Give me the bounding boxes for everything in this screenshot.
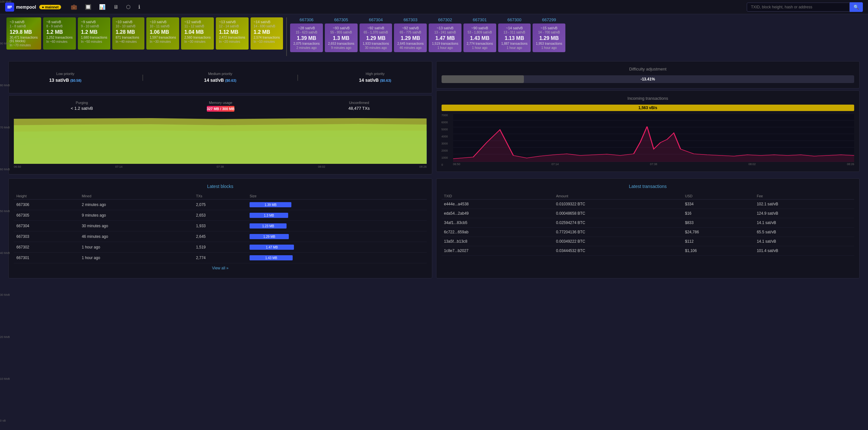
pending-block-7[interactable]: ~14 sat/vB 14 - 690 sat/vB 1.2 MB 2,574 … [250, 18, 283, 50]
tx-fee-2: 14.1 sat/vB [754, 218, 854, 228]
difficulty-title: Difficulty adjustment [441, 67, 855, 71]
tx-txid-5[interactable]: 1c8e7...b2027 [441, 246, 554, 256]
block-height-5[interactable]: 667301 [14, 253, 79, 263]
block-height-4[interactable]: 667302 [14, 242, 79, 253]
tx-col-usd: USD [682, 193, 754, 200]
block-mined-5: 1 hour ago [79, 253, 193, 263]
pending-block-4[interactable]: ~10 sat/vB 10 - 11 sat/vB 1.06 MB 1,597 … [146, 18, 179, 50]
network-badge[interactable]: ● mainnet [39, 5, 61, 9]
confirmed-block-0[interactable]: ~28 sat/vB 15 - 623 sat/vB 1.39 MB 2,075… [290, 24, 323, 52]
fee-medium: Medium priority 14 sat/vB ($0.63) [204, 72, 237, 83]
block-txs-1: 2,653 [194, 210, 247, 221]
fee-panel: Low priority 13 sat/vB ($0.58) | Medium … [8, 61, 432, 93]
pending-block-1[interactable]: ~8 sat/vB 8 - 9 sat/vB 1.2 MB 1,252 tran… [43, 18, 76, 50]
tx-txid-3[interactable]: 6c722...659ab [441, 228, 554, 237]
nav-network[interactable]: ⬡ [123, 2, 134, 12]
search-input[interactable] [747, 3, 850, 11]
confirmed-block-0-wrapper: 667306 ~28 sat/vB 15 - 623 sat/vB 1.39 M… [290, 18, 323, 52]
nav-monitor[interactable]: 🖥 [110, 2, 122, 12]
confirmed-block-6[interactable]: ~14 sat/vB 13 - 311 sat/vB 1.13 MB 1,887… [498, 24, 531, 52]
incoming-chart: 06:5007:1407:3808:0208:26 [453, 114, 855, 166]
incoming-rate: 1,563 vB/s [441, 105, 855, 111]
mempool-stats: Purging < 1.2 sat/vB Memory usage 327 MB… [14, 101, 427, 113]
col-mined: Mined [79, 193, 193, 200]
block-row-4: 667302 1 hour ago 1,519 1.47 MB [14, 242, 427, 253]
block-row-0: 667306 2 minutes ago 2,075 1.39 MB [14, 200, 427, 210]
latest-blocks-table: Height Mined TXs Size 667306 2 minutes a… [14, 193, 427, 263]
tx-fee-0: 102.1 sat/vB [754, 200, 854, 209]
block-txs-5: 2,774 [194, 253, 247, 263]
difficulty-panel: Difficulty adjustment -13.41% [436, 61, 860, 88]
tx-usd-3: $24,786 [682, 228, 754, 237]
block-size-3: 1.29 MB [247, 231, 427, 242]
fee-low: Low priority 13 sat/vB ($0.58) [49, 72, 81, 83]
block-row-5: 667301 1 hour ago 2,774 1.43 MB [14, 253, 427, 263]
tx-col-txid: TXID [441, 193, 554, 200]
confirmed-block-6-wrapper: 667300 ~14 sat/vB 13 - 311 sat/vB 1.13 M… [498, 18, 531, 52]
size-bar-2: 1.23 MB [250, 223, 286, 229]
block-divider [286, 18, 287, 56]
tx-txid-0[interactable]: e444e...a4538 [441, 200, 554, 209]
tx-usd-1: $16 [682, 209, 754, 218]
header-nav: 💼 🔲 📊 🖥 ⬡ ℹ [67, 2, 144, 12]
col-txs: TXs [194, 193, 247, 200]
tx-fee-1: 124.9 sat/vB [754, 209, 854, 218]
latest-blocks-title: Latest blocks [14, 184, 427, 189]
tx-amount-5: 0.03444532 BTC [554, 246, 682, 256]
nav-server[interactable]: 🔲 [82, 2, 95, 12]
tx-txid-1[interactable]: eda54...2ab49 [441, 209, 554, 218]
nav-info[interactable]: ℹ [135, 2, 144, 12]
confirmed-block-5-wrapper: 667301 ~90 sat/vB 53 - 1,809 sat/vB 1.43… [463, 18, 496, 52]
memory-stat: Memory usage 327 MB / 300 MB [207, 101, 235, 113]
confirmed-block-2-wrapper: 667304 ~92 sat/vB 65 - 1,370 sat/vB 1.29… [360, 18, 392, 52]
tx-row-1: eda54...2ab49 0.00048658 BTC $16 124.9 s… [441, 209, 855, 218]
confirmed-block-7-wrapper: 667299 ~15 sat/vB 14 - 700 sat/vB 1.29 M… [533, 18, 565, 52]
block-height-1[interactable]: 667305 [14, 210, 79, 221]
block-row-2: 667304 30 minutes ago 1,933 1.23 MB [14, 221, 427, 231]
tx-txid-2[interactable]: 34af1...83cb5 [441, 218, 554, 228]
pending-block-2[interactable]: ~9 sat/vB 9 - 10 sat/vB 1.2 MB 1,680 tra… [78, 18, 111, 50]
confirmed-block-3[interactable]: ~92 sat/vB 65 - 775 sat/vB 1.29 MB 2,645… [394, 24, 427, 52]
confirmed-block-1[interactable]: ~93 sat/vB 55 - 955 sat/vB 1.3 MB 2,653 … [325, 24, 358, 52]
latest-tx-table: TXID Amount USD Fee e444e...a4538 0.0103… [441, 193, 855, 256]
tx-row-4: 13a5f...b13c8 0.00349222 BTC $112 14.1 s… [441, 237, 855, 246]
block-row-1: 667305 9 minutes ago 2,653 1.3 MB [14, 210, 427, 221]
nav-wallet[interactable]: 💼 [67, 2, 81, 12]
block-mined-4: 1 hour ago [79, 242, 193, 253]
tx-fee-4: 14.1 sat/vB [754, 237, 854, 246]
block-height-2[interactable]: 667304 [14, 221, 79, 231]
block-txs-3: 2,645 [194, 231, 247, 242]
tx-col-fee: Fee [754, 193, 854, 200]
tx-amount-4: 0.00349222 BTC [554, 237, 682, 246]
col-size: Size [247, 193, 427, 200]
search-button[interactable]: 🔍 [850, 2, 863, 12]
difficulty-label: -13.41% [641, 77, 655, 81]
view-all-blocks[interactable]: View all » [14, 263, 427, 273]
confirmed-block-5[interactable]: ~90 sat/vB 53 - 1,809 sat/vB 1.43 MB 2,7… [463, 24, 496, 52]
incoming-x-labels: 06:5007:1407:3808:0208:26 [453, 162, 855, 166]
confirmed-block-7[interactable]: ~15 sat/vB 14 - 700 sat/vB 1.29 MB 1,953… [533, 24, 565, 52]
confirmed-block-4[interactable]: ~13 sat/vB 13 - 241 sat/vB 1.47 MB 1,519… [429, 24, 462, 52]
difficulty-bar: -13.41% [441, 75, 855, 83]
block-mined-3: 46 minutes ago [79, 231, 193, 242]
mempool-panel: Purging < 1.2 sat/vB Memory usage 327 MB… [8, 95, 432, 174]
block-height-3[interactable]: 667303 [14, 231, 79, 242]
block-size-2: 1.23 MB [247, 221, 427, 231]
pending-block-6[interactable]: ~13 sat/vB 12 - 14 sat/vB 1.12 MB 2,472 … [216, 18, 249, 50]
block-mined-0: 2 minutes ago [79, 200, 193, 210]
confirmed-block-2[interactable]: ~92 sat/vB 65 - 1,370 sat/vB 1.29 MB 1,9… [360, 24, 392, 52]
block-mined-2: 30 minutes ago [79, 221, 193, 231]
block-height-0[interactable]: 667306 [14, 200, 79, 210]
nav-chart[interactable]: 📊 [96, 2, 109, 12]
unconfirmed-stat: Unconfirmed 48,477 TXs [348, 101, 370, 113]
tx-amount-0: 0.01039322 BTC [554, 200, 682, 209]
pending-block-3[interactable]: ~10 sat/vB 10 - 10 sat/vB 1.28 MB 871 tr… [112, 18, 145, 50]
confirmed-blocks: 667306 ~28 sat/vB 15 - 623 sat/vB 1.39 M… [290, 18, 862, 52]
confirmed-block-4-wrapper: 667302 ~13 sat/vB 13 - 241 sat/vB 1.47 M… [429, 18, 462, 52]
tx-usd-4: $112 [682, 237, 754, 246]
confirmed-block-0-number: 667306 [290, 18, 323, 22]
pending-block-5[interactable]: ~12 sat/vB 11 - 12 sat/vB 1.04 MB 2,560 … [181, 18, 214, 50]
col-height: Height [14, 193, 79, 200]
tx-txid-4[interactable]: 13a5f...b13c8 [441, 237, 554, 246]
difficulty-bar-fill [441, 75, 524, 83]
